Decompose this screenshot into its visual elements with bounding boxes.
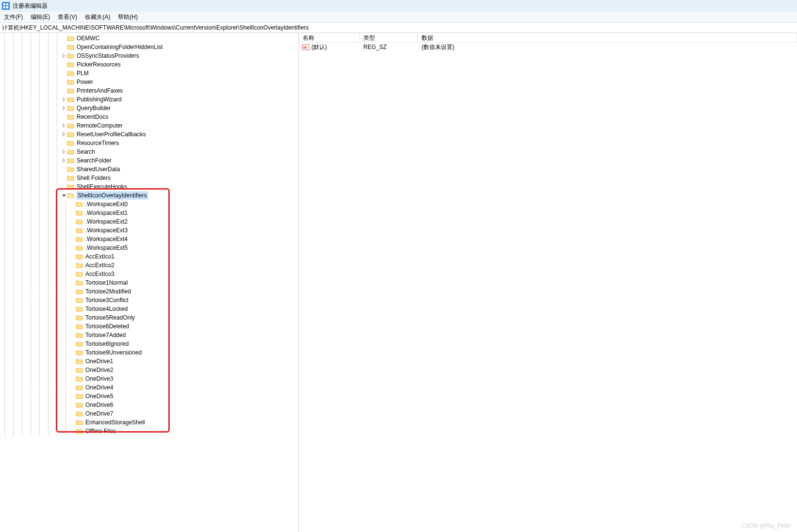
address-bar[interactable]: 计算机\HKEY_LOCAL_MACHINE\SOFTWARE\Microsof…	[0, 22, 797, 33]
tree-item[interactable]: OneDrive6	[0, 401, 298, 409]
tree-item[interactable]: EnhancedStorageShell	[0, 418, 298, 427]
tree-item[interactable]: Power	[0, 78, 298, 86]
tree-item[interactable]: Search	[0, 147, 298, 156]
chevron-right-icon[interactable]	[61, 150, 67, 154]
tree-item-label: OneDrive7	[85, 410, 113, 417]
folder-icon	[76, 236, 83, 242]
tree-item-label: Tortoise5ReadOnly	[85, 314, 135, 321]
tree-item[interactable]: ShellIconOverlayIdentifiers	[0, 191, 298, 200]
tree-item[interactable]: .WorkspaceExt4	[0, 235, 298, 243]
tree-item[interactable]: OneDrive3	[0, 374, 298, 383]
tree-item[interactable]: Tortoise7Added	[0, 331, 298, 339]
tree-item[interactable]: Tortoise1Normal	[0, 278, 298, 287]
svg-text:ab: ab	[303, 46, 307, 49]
tree-item[interactable]: .WorkspaceExt0	[0, 200, 298, 209]
tree-item[interactable]: PrintersAndFaxes	[0, 86, 298, 95]
tree-item-label: SharedUserData	[77, 166, 120, 173]
chevron-down-icon[interactable]	[61, 193, 67, 197]
chevron-right-icon[interactable]	[61, 97, 67, 101]
folder-icon	[76, 410, 83, 417]
tree-item[interactable]: SharedUserData	[0, 165, 298, 174]
tree-item[interactable]: ShellExecuteHooks	[0, 182, 298, 191]
tree-item[interactable]: OEMWC	[0, 34, 298, 43]
tree-item[interactable]: ResetUserProfileCallbacks	[0, 130, 298, 139]
tree-item[interactable]: Tortoise4Locked	[0, 305, 298, 313]
folder-icon	[67, 44, 75, 50]
menu-favorites[interactable]: 收藏夹(A)	[85, 13, 110, 21]
tree-item[interactable]: OneDrive7	[0, 409, 298, 418]
folder-icon	[76, 218, 83, 225]
column-header-name[interactable]: 名称	[299, 33, 359, 42]
folder-icon	[67, 87, 75, 94]
chevron-right-icon[interactable]	[61, 132, 67, 136]
tree-item-label: .WorkspaceExt3	[85, 227, 128, 234]
tree-item[interactable]: Offline Files	[0, 427, 298, 435]
menu-file[interactable]: 文件(F)	[4, 13, 23, 21]
tree-item[interactable]: Tortoise8Ignored	[0, 339, 298, 348]
folder-icon	[76, 262, 83, 269]
tree-item-label: PublishingWizard	[77, 96, 122, 103]
chevron-right-icon[interactable]	[61, 124, 67, 128]
tree-item[interactable]: QueryBuilder	[0, 104, 298, 113]
tree-item-label: Offline Files	[85, 428, 116, 435]
svg-rect-2	[6, 3, 8, 5]
tree-item[interactable]: ResourceTimers	[0, 139, 298, 147]
chevron-right-icon[interactable]	[61, 54, 67, 58]
tree-item[interactable]: OSSyncStatusProviders	[0, 51, 298, 60]
tree-item[interactable]: PublishingWizard	[0, 95, 298, 104]
tree-item[interactable]: Tortoise5ReadOnly	[0, 313, 298, 322]
menu-edit[interactable]: 编辑(E)	[31, 13, 50, 21]
folder-open-icon	[67, 192, 75, 199]
tree-item[interactable]: Tortoise3Conflict	[0, 296, 298, 305]
tree-item-label: .WorkspaceExt0	[85, 201, 128, 208]
folder-icon	[76, 340, 83, 347]
svg-rect-1	[3, 3, 5, 5]
menu-help[interactable]: 帮助(H)	[118, 13, 138, 21]
folder-icon	[67, 70, 75, 77]
folder-icon	[67, 175, 75, 181]
tree-item[interactable]: OneDrive4	[0, 383, 298, 392]
tree-item[interactable]: AccExtIco1	[0, 252, 298, 261]
column-header-type[interactable]: 类型	[359, 33, 418, 42]
tree-item[interactable]: OneDrive2	[0, 366, 298, 374]
tree-item[interactable]: Shell Folders	[0, 174, 298, 182]
folder-icon	[76, 332, 83, 339]
tree-item[interactable]: .WorkspaceExt5	[0, 243, 298, 252]
tree-item[interactable]: AccExtIco3	[0, 270, 298, 278]
tree-item[interactable]: Tortoise9Unversioned	[0, 348, 298, 357]
tree-item[interactable]: Tortoise2Modified	[0, 287, 298, 296]
tree-item[interactable]: OneDrive5	[0, 392, 298, 401]
tree-item[interactable]: SearchFolder	[0, 156, 298, 165]
tree-item-label: Tortoise2Modified	[85, 288, 131, 295]
tree-item-label: OneDrive3	[85, 375, 113, 382]
folder-icon	[67, 61, 75, 68]
folder-icon	[67, 122, 75, 129]
tree-item[interactable]: .WorkspaceExt3	[0, 226, 298, 235]
tree-item[interactable]: PLM	[0, 69, 298, 78]
tree-pane: OEMWCOpenContainingFolderHiddenListOSSyn…	[0, 33, 299, 532]
tree-item[interactable]: PickerResources	[0, 60, 298, 69]
tree-item[interactable]: AccExtIco2	[0, 261, 298, 270]
folder-icon	[76, 297, 83, 304]
tree-item-label: OneDrive2	[85, 367, 113, 373]
column-header-data[interactable]: 数据	[418, 33, 797, 42]
folder-icon	[76, 210, 83, 216]
tree-item[interactable]: Tortoise6Deleted	[0, 322, 298, 331]
folder-icon	[67, 140, 75, 146]
tree-item[interactable]: RemoteComputer	[0, 121, 298, 130]
tree-item[interactable]: .WorkspaceExt1	[0, 209, 298, 217]
chevron-right-icon[interactable]	[61, 106, 67, 110]
tree-scroll[interactable]: OEMWCOpenContainingFolderHiddenListOSSyn…	[0, 33, 298, 532]
chevron-right-icon[interactable]	[61, 159, 67, 162]
tree-item[interactable]: RecentDocs	[0, 113, 298, 121]
tree-item[interactable]: OneDrive1	[0, 357, 298, 366]
value-name-cell: ab(默认)	[299, 43, 359, 51]
folder-icon	[76, 402, 83, 408]
menu-view[interactable]: 查看(V)	[58, 13, 77, 21]
tree-item[interactable]: OpenContainingFolderHiddenList	[0, 43, 298, 51]
folder-icon	[76, 375, 83, 382]
values-header: 名称 类型 数据	[299, 33, 797, 43]
tree-item[interactable]: .WorkspaceExt2	[0, 217, 298, 226]
tree-item-label: ResourceTimers	[77, 140, 119, 146]
value-row[interactable]: ab(默认)REG_SZ(数值未设置)	[299, 43, 797, 51]
